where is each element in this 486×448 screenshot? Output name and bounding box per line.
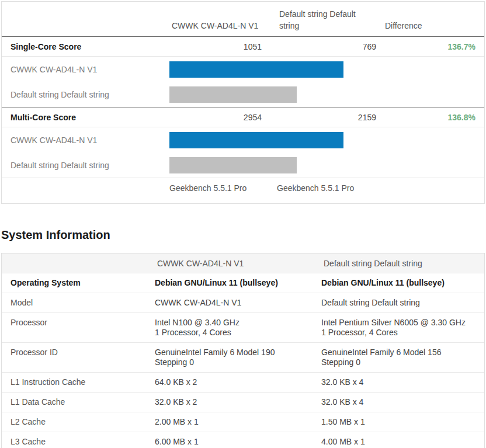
row-value-system2: 32.0 KB x 4 <box>314 373 484 392</box>
single-core-difference: 136.7% <box>385 42 484 51</box>
footer-spacer <box>2 178 163 183</box>
row-value-system1: 64.0 KB x 2 <box>148 373 314 392</box>
sysinfo-header-system2: Default string Default string <box>314 259 484 268</box>
sysinfo-row-l1-data-cache: L1 Data Cache 32.0 KB x 2 32.0 KB x 4 <box>2 392 484 412</box>
row-value-system2: Intel Pentium Silver N6005 @ 3.30 GHz 1 … <box>314 313 484 342</box>
single-core-bar-system2 <box>169 86 297 103</box>
multi-core-chart: CWWK CW-AD4L-N V1 Default string Default… <box>2 127 484 178</box>
row-value-system2: Debian GNU/Linux 11 (bullseye) <box>314 273 484 293</box>
bar-area <box>163 132 484 148</box>
footer-version-system1: Geekbench 5.5.1 Pro <box>163 178 270 193</box>
row-value-system1: CWWK CW-AD4L-N V1 <box>148 293 314 312</box>
sysinfo-header-system1: CWWK CW-AD4L-N V1 <box>148 259 314 268</box>
multi-core-bar-system1 <box>169 132 343 148</box>
sysinfo-row-l1-instruction-cache: L1 Instruction Cache 64.0 KB x 2 32.0 KB… <box>2 372 484 392</box>
bar-label-system2: Default string Default string <box>2 161 163 170</box>
multi-core-bar-row-system1: CWWK CW-AD4L-N V1 <box>2 127 484 152</box>
header-difference: Difference <box>385 20 484 36</box>
row-value-system2: GenuineIntel Family 6 Model 156 Stepping… <box>314 343 484 372</box>
bar-label-system2: Default string Default string <box>2 90 163 99</box>
multi-core-difference: 136.8% <box>385 113 484 122</box>
multi-core-label: Multi-Core Score <box>2 113 163 122</box>
multi-core-system2-score: 2159 <box>270 113 385 122</box>
row-value-system2: Default string Default string <box>314 293 484 312</box>
footer-version-system2: Geekbench 5.5.1 Pro <box>270 178 385 193</box>
multi-core-bar-row-system2: Default string Default string <box>2 152 484 178</box>
multi-core-system1-score: 2954 <box>163 113 270 122</box>
row-value-system2: 4.00 MB x 1 <box>314 432 484 448</box>
row-label: Processor ID <box>2 343 148 372</box>
sysinfo-row-operating-system: Operating System Debian GNU/Linux 11 (bu… <box>2 273 484 293</box>
bar-area <box>163 157 484 173</box>
header-spacer <box>2 32 163 36</box>
single-core-bar-system1 <box>169 61 343 78</box>
row-value-system1: Intel N100 @ 3.40 GHz 1 Processor, 4 Cor… <box>148 313 314 342</box>
single-core-system2-score: 769 <box>270 42 385 51</box>
bar-label-system1: CWWK CW-AD4L-N V1 <box>2 136 163 145</box>
sysinfo-row-model: Model CWWK CW-AD4L-N V1 Default string D… <box>2 293 484 312</box>
footer-spacer <box>385 178 484 183</box>
row-value-system2: 32.0 KB x 4 <box>314 393 484 412</box>
sysinfo-row-processor-id: Processor ID GenuineIntel Family 6 Model… <box>2 342 484 372</box>
row-label: L1 Instruction Cache <box>2 373 148 392</box>
sysinfo-header-row: CWWK CW-AD4L-N V1 Default string Default… <box>2 253 484 273</box>
header-system2: Default string Default string <box>270 8 385 36</box>
single-core-score-row: Single-Core Score 1051 769 136.7% <box>2 36 484 56</box>
row-label: Processor <box>2 313 148 342</box>
compare-table-header: CWWK CW-AD4L-N V1 Default string Default… <box>2 2 484 36</box>
row-label: Operating System <box>2 273 148 293</box>
row-value-system1: 2.00 MB x 1 <box>148 412 314 432</box>
system-information-heading: System Information <box>1 228 486 242</box>
row-label: L2 Cache <box>2 412 148 432</box>
row-label: Model <box>2 293 148 312</box>
multi-core-score-row: Multi-Core Score 2954 2159 136.8% <box>2 107 484 127</box>
compare-table-footer: Geekbench 5.5.1 Pro Geekbench 5.5.1 Pro <box>2 178 484 203</box>
bar-label-system1: CWWK CW-AD4L-N V1 <box>2 65 163 74</box>
single-core-chart: CWWK CW-AD4L-N V1 Default string Default… <box>2 56 484 107</box>
row-value-system1: GenuineIntel Family 6 Model 190 Stepping… <box>148 343 314 372</box>
row-value-system1: 32.0 KB x 2 <box>148 393 314 412</box>
row-label: L3 Cache <box>2 432 148 448</box>
row-label: L1 Data Cache <box>2 393 148 412</box>
row-value-system1: 6.00 MB x 1 <box>148 432 314 448</box>
single-core-bar-row-system2: Default string Default string <box>2 82 484 107</box>
system-information-table: CWWK CW-AD4L-N V1 Default string Default… <box>1 253 485 448</box>
sysinfo-row-processor: Processor Intel N100 @ 3.40 GHz 1 Proces… <box>2 312 484 342</box>
single-core-label: Single-Core Score <box>2 42 163 51</box>
row-value-system1: Debian GNU/Linux 11 (bullseye) <box>148 273 314 293</box>
header-system1: CWWK CW-AD4L-N V1 <box>163 20 270 36</box>
sysinfo-row-l3-cache: L3 Cache 6.00 MB x 1 4.00 MB x 1 <box>2 432 484 448</box>
multi-core-bar-system2 <box>169 157 297 173</box>
benchmark-compare-card: CWWK CW-AD4L-N V1 Default string Default… <box>1 1 485 204</box>
single-core-system1-score: 1051 <box>163 42 270 51</box>
bar-area <box>163 86 484 103</box>
bar-area <box>163 61 484 78</box>
row-value-system2: 1.50 MB x 1 <box>314 412 484 432</box>
single-core-bar-row-system1: CWWK CW-AD4L-N V1 <box>2 57 484 82</box>
sysinfo-row-l2-cache: L2 Cache 2.00 MB x 1 1.50 MB x 1 <box>2 412 484 432</box>
